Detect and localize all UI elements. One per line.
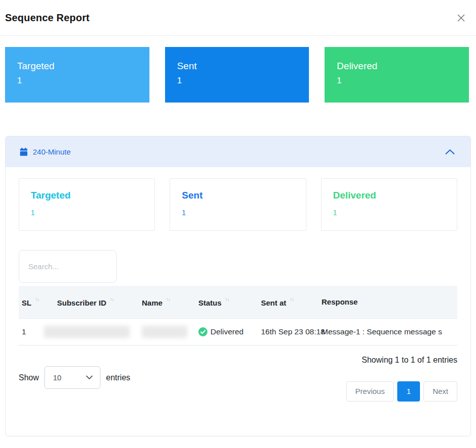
summary-card-targeted: Targeted 1 xyxy=(5,47,149,103)
modal-header: Sequence Report xyxy=(0,0,476,36)
panel-card-sent: Sent 1 xyxy=(170,178,306,231)
calendar-icon xyxy=(20,147,28,156)
panel-body: Targeted 1 Sent 1 Delivered 1 SL↑↓ xyxy=(6,167,470,402)
table-row: 1 xyxy=(19,318,457,345)
subscriber-id-redacted-blur xyxy=(44,326,130,338)
column-header-sl[interactable]: SL↑↓ xyxy=(19,286,43,318)
summary-card-delivered: Delivered 1 xyxy=(325,47,469,103)
summary-card-value: 1 xyxy=(17,76,144,86)
sequence-step-panel: 240-Minute Targeted 1 Sent 1 Delivered 1 xyxy=(5,136,471,436)
cell-sent-at: 16th Sep 23 08:18 xyxy=(258,318,319,345)
summary-card-label: Delivered xyxy=(337,61,464,72)
column-header-status[interactable]: Status↑↓ xyxy=(195,286,258,318)
panel-card-label: Targeted xyxy=(31,190,154,201)
page-size-select[interactable]: 10 xyxy=(44,366,100,389)
entries-label: entries xyxy=(106,373,130,382)
close-icon[interactable] xyxy=(454,11,468,25)
panel-header-toggle[interactable]: 240-Minute xyxy=(6,136,470,167)
report-table: SL↑↓ Subscriber ID↑↓ Name↑↓ Status↑↓ Sen… xyxy=(19,286,457,345)
panel-card-delivered: Delivered 1 xyxy=(321,178,457,231)
panel-card-value: 1 xyxy=(31,209,154,217)
panel-title: 240-Minute xyxy=(33,147,445,156)
summary-card-sent: Sent 1 xyxy=(165,47,309,103)
sort-icon: ↑↓ xyxy=(166,296,170,302)
panel-card-targeted: Targeted 1 xyxy=(19,178,155,231)
cell-subscriber-id xyxy=(43,318,139,345)
chevron-down-icon xyxy=(86,375,93,380)
sort-icon: ↑↓ xyxy=(110,296,114,302)
panel-card-value: 1 xyxy=(333,209,457,217)
showing-entries-text: Showing 1 to 1 of 1 entries xyxy=(346,356,457,365)
previous-page-button[interactable]: Previous xyxy=(346,381,394,402)
status-badge: Delivered xyxy=(210,327,243,336)
panel-stat-cards: Targeted 1 Sent 1 Delivered 1 xyxy=(19,178,457,231)
chevron-up-icon[interactable] xyxy=(445,148,455,155)
column-header-sent-at[interactable]: Sent at↑↓ xyxy=(258,286,319,318)
summary-card-value: 1 xyxy=(337,76,464,86)
table-footer: Show 10 entries Showing 1 to 1 of 1 entr… xyxy=(19,354,457,402)
summary-card-value: 1 xyxy=(177,76,304,86)
pagination: Previous 1 Next xyxy=(346,381,457,402)
summary-cards-row: Targeted 1 Sent 1 Delivered 1 xyxy=(0,36,476,103)
panel-card-label: Sent xyxy=(182,190,305,201)
next-page-button[interactable]: Next xyxy=(424,381,457,402)
show-label: Show xyxy=(19,373,39,382)
sort-icon: ↑↓ xyxy=(290,296,294,302)
summary-card-label: Sent xyxy=(177,61,304,72)
name-redacted-blur xyxy=(142,326,187,338)
sort-icon: ↑↓ xyxy=(225,296,229,302)
column-header-name[interactable]: Name↑↓ xyxy=(139,286,195,318)
search-input[interactable] xyxy=(19,250,117,283)
cell-sl: 1 xyxy=(19,318,43,345)
panel-card-label: Delivered xyxy=(333,190,457,201)
table-header-row: SL↑↓ Subscriber ID↑↓ Name↑↓ Status↑↓ Sen… xyxy=(19,286,457,318)
sort-icon: ↑↓ xyxy=(35,296,39,302)
summary-card-label: Targeted xyxy=(17,61,144,72)
cell-status: Delivered xyxy=(195,318,258,345)
pagination-area: Showing 1 to 1 of 1 entries Previous 1 N… xyxy=(346,354,457,402)
page-size-control: Show 10 entries xyxy=(19,354,130,402)
check-circle-icon xyxy=(198,327,207,336)
page-title: Sequence Report xyxy=(5,12,89,24)
page-size-value: 10 xyxy=(53,373,62,382)
cell-name xyxy=(139,318,195,345)
panel-card-value: 1 xyxy=(182,209,305,217)
current-page-button[interactable]: 1 xyxy=(397,381,420,402)
cell-response: Message-1 : Sequence message s xyxy=(319,318,457,345)
column-header-subscriber-id[interactable]: Subscriber ID↑↓ xyxy=(43,286,139,318)
column-header-response[interactable]: Response xyxy=(319,286,457,318)
